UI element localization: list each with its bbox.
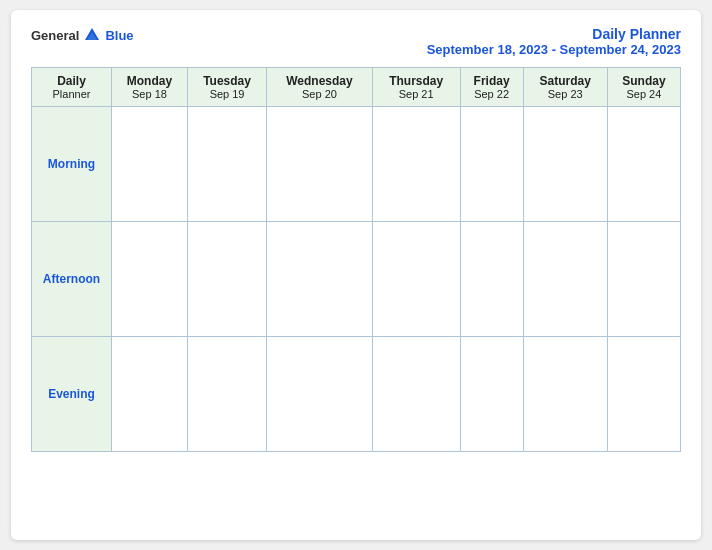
logo-icon	[83, 26, 101, 44]
header-wed-day: Wednesday	[271, 74, 367, 88]
logo-general: General	[31, 28, 79, 43]
header-label-line1: Daily	[36, 74, 107, 88]
evening-label: Evening	[32, 337, 112, 452]
morning-tue[interactable]	[187, 107, 266, 222]
afternoon-sun[interactable]	[607, 222, 680, 337]
afternoon-fri[interactable]	[460, 222, 523, 337]
logo-area: General Blue	[31, 26, 134, 44]
header-fri-day: Friday	[465, 74, 519, 88]
evening-sat[interactable]	[523, 337, 607, 452]
evening-row: Evening	[32, 337, 681, 452]
header-label-line2: Planner	[36, 88, 107, 100]
evening-mon[interactable]	[112, 337, 188, 452]
header-col-sat: Saturday Sep 23	[523, 68, 607, 107]
planner-table: Daily Planner Monday Sep 18 Tuesday Sep …	[31, 67, 681, 452]
header-sun-date: Sep 24	[612, 88, 676, 100]
logo-blue: Blue	[105, 28, 133, 43]
header-sat-date: Sep 23	[528, 88, 603, 100]
morning-row: Morning	[32, 107, 681, 222]
afternoon-label: Afternoon	[32, 222, 112, 337]
header-col-fri: Friday Sep 22	[460, 68, 523, 107]
header-col-label: Daily Planner	[32, 68, 112, 107]
morning-sat[interactable]	[523, 107, 607, 222]
header-col-mon: Monday Sep 18	[112, 68, 188, 107]
header-thu-date: Sep 21	[377, 88, 456, 100]
header-sun-day: Sunday	[612, 74, 676, 88]
header-row: Daily Planner Monday Sep 18 Tuesday Sep …	[32, 68, 681, 107]
header-wed-date: Sep 20	[271, 88, 367, 100]
morning-mon[interactable]	[112, 107, 188, 222]
morning-wed[interactable]	[267, 107, 372, 222]
header-mon-day: Monday	[116, 74, 183, 88]
header-mon-date: Sep 18	[116, 88, 183, 100]
afternoon-tue[interactable]	[187, 222, 266, 337]
logo-brand: General Blue	[31, 26, 134, 44]
morning-thu[interactable]	[372, 107, 460, 222]
header-col-sun: Sunday Sep 24	[607, 68, 680, 107]
evening-fri[interactable]	[460, 337, 523, 452]
afternoon-mon[interactable]	[112, 222, 188, 337]
planner-title: Daily Planner	[427, 26, 681, 42]
header-sat-day: Saturday	[528, 74, 603, 88]
header-thu-day: Thursday	[377, 74, 456, 88]
planner-date-range: September 18, 2023 - September 24, 2023	[427, 42, 681, 57]
evening-sun[interactable]	[607, 337, 680, 452]
header-col-wed: Wednesday Sep 20	[267, 68, 372, 107]
header-tue-date: Sep 19	[192, 88, 262, 100]
afternoon-thu[interactable]	[372, 222, 460, 337]
evening-wed[interactable]	[267, 337, 372, 452]
top-header: General Blue Daily Planner September 18,…	[31, 26, 681, 57]
morning-fri[interactable]	[460, 107, 523, 222]
morning-sun[interactable]	[607, 107, 680, 222]
afternoon-row: Afternoon	[32, 222, 681, 337]
planner-page: General Blue Daily Planner September 18,…	[11, 10, 701, 540]
header-fri-date: Sep 22	[465, 88, 519, 100]
header-tue-day: Tuesday	[192, 74, 262, 88]
header-col-thu: Thursday Sep 21	[372, 68, 460, 107]
header-col-tue: Tuesday Sep 19	[187, 68, 266, 107]
title-area: Daily Planner September 18, 2023 - Septe…	[427, 26, 681, 57]
evening-thu[interactable]	[372, 337, 460, 452]
morning-label: Morning	[32, 107, 112, 222]
afternoon-sat[interactable]	[523, 222, 607, 337]
evening-tue[interactable]	[187, 337, 266, 452]
afternoon-wed[interactable]	[267, 222, 372, 337]
